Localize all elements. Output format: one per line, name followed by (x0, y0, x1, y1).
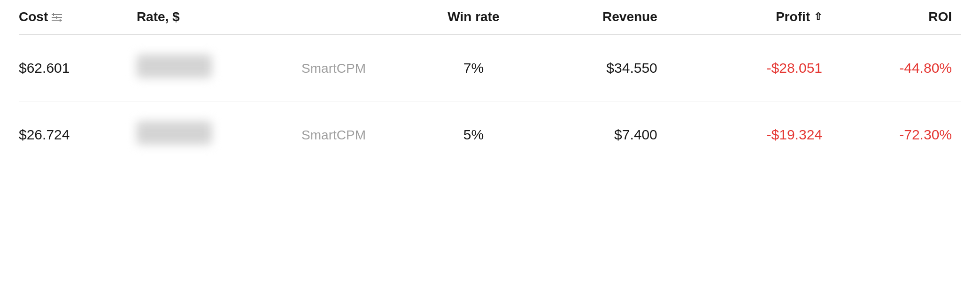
winrate-cell: 5% (419, 101, 537, 168)
main-table-container: Cost (0, 0, 980, 168)
profit-value: -$19.324 (767, 127, 822, 142)
revenue-header-label: Revenue (602, 9, 657, 24)
winrate-header[interactable]: Win rate (419, 0, 537, 34)
profit-header[interactable]: Profit ⇧ (667, 0, 832, 34)
bidtype-cell: SmartCPM (301, 34, 419, 101)
win-rate-value: 7% (463, 60, 484, 76)
rate-cell (137, 101, 301, 168)
roi-cell: -44.80% (832, 34, 961, 101)
revenue-cell: $7.400 (537, 101, 667, 168)
table-header-row: Cost (19, 0, 961, 34)
bidtype-header (301, 0, 419, 34)
rate-blurred-value (137, 121, 212, 145)
rate-blurred-value (137, 54, 212, 78)
profit-cell: -$19.324 (667, 101, 832, 168)
table-row: $26.724 SmartCPM 5% $7.400 -$19.324 (19, 101, 961, 168)
roi-cell: -72.30% (832, 101, 961, 168)
bid-type-value: SmartCPM (301, 128, 366, 142)
table-body: $62.601 SmartCPM 7% $34.550 -$28.051 (19, 34, 961, 168)
revenue-cell: $34.550 (537, 34, 667, 101)
cost-header-label: Cost (19, 9, 48, 24)
cost-value: $26.724 (19, 127, 69, 142)
revenue-header[interactable]: Revenue (537, 0, 667, 34)
data-table: Cost (19, 0, 961, 168)
rate-header-label: Rate, $ (137, 9, 180, 24)
cost-value: $62.601 (19, 60, 69, 76)
profit-cell: -$28.051 (667, 34, 832, 101)
profit-header-label: Profit (776, 9, 810, 24)
revenue-value: $34.550 (606, 60, 657, 76)
rate-cell (137, 34, 301, 101)
filter-icon[interactable] (52, 9, 62, 24)
cost-header[interactable]: Cost (19, 0, 137, 34)
roi-header-label: ROI (928, 9, 952, 24)
sort-asc-icon[interactable]: ⇧ (814, 11, 822, 23)
winrate-cell: 7% (419, 34, 537, 101)
win-rate-value: 5% (463, 127, 484, 142)
winrate-header-label: Win rate (448, 9, 499, 24)
bid-type-value: SmartCPM (301, 61, 366, 76)
roi-value: -72.30% (899, 127, 952, 142)
bidtype-cell: SmartCPM (301, 101, 419, 168)
cost-cell: $26.724 (19, 101, 137, 168)
profit-value: -$28.051 (767, 60, 822, 76)
roi-value: -44.80% (899, 60, 952, 76)
table-row: $62.601 SmartCPM 7% $34.550 -$28.051 (19, 34, 961, 101)
roi-header[interactable]: ROI (832, 0, 961, 34)
revenue-value: $7.400 (614, 127, 657, 142)
cost-cell: $62.601 (19, 34, 137, 101)
rate-header[interactable]: Rate, $ (137, 0, 301, 34)
